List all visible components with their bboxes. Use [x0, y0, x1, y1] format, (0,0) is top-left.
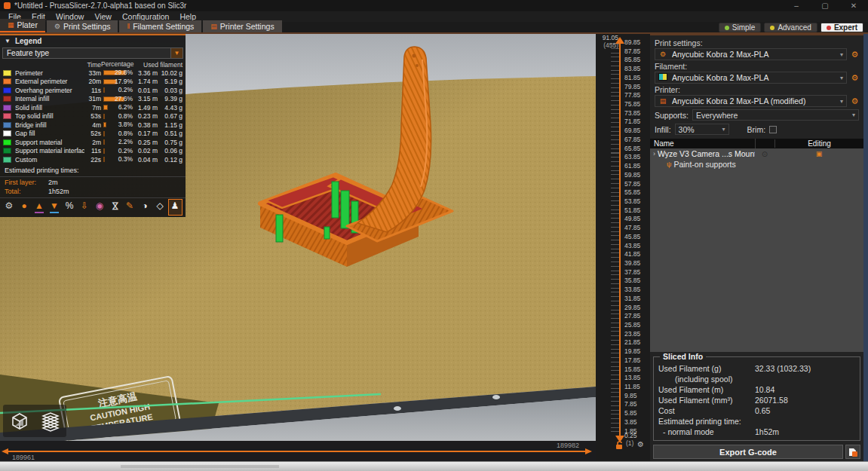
feature-length: 0.02 m: [133, 147, 158, 154]
feature-length: 0.38 m: [133, 121, 158, 129]
mode-button[interactable]: Advanced: [764, 23, 817, 32]
move-slider-right-handle[interactable]: [585, 448, 592, 454]
editing-icon[interactable]: ▣: [774, 150, 863, 158]
expand-caret-icon[interactable]: ›: [653, 150, 655, 158]
info-label: Used Filament (g): [658, 364, 755, 373]
percentage-bar: [103, 122, 106, 127]
layers-view-button[interactable]: [36, 407, 64, 435]
brim-label: Brim:: [747, 125, 766, 134]
sliced-info-row: - normal mode 1h52m: [657, 427, 857, 437]
legend-title: Legend: [15, 37, 42, 45]
tab-icon: ▦: [8, 21, 14, 29]
tab-icon: ▤: [210, 23, 217, 30]
filament-dropdown[interactable]: Anycubic Kobra 2 Max-PLA ▾: [655, 72, 847, 84]
settings-tab[interactable]: ‖ Filament Settings: [119, 20, 201, 32]
chevron-down-icon: ▾: [840, 51, 843, 58]
move-slider-track[interactable]: [8, 451, 585, 452]
feature-label: Internal infill: [15, 95, 84, 102]
slider-settings-gear-icon[interactable]: ⚙: [637, 440, 644, 448]
view-option-icon[interactable]: ⇩: [78, 199, 92, 216]
mode-button[interactable]: Simple: [719, 23, 762, 32]
settings-tab[interactable]: ⚙ Print Settings: [47, 20, 118, 32]
supports-label: Supports:: [655, 111, 689, 120]
feature-length: 3.15 m: [133, 95, 158, 102]
view-option-icon[interactable]: ⚙: [2, 199, 17, 216]
3d-viewport[interactable]: 注意高温 CAUTION HIGH TEMPERATURE: [0, 34, 596, 441]
legend-row: Overhang perimeter 11s 0.2% 0.01 m 0.03 …: [0, 86, 186, 95]
view-type-dropdown[interactable]: Feature type ▼: [2, 47, 183, 59]
chevron-down-icon: ▾: [852, 112, 855, 118]
lock-icon[interactable]: [615, 441, 623, 450]
print-settings-dropdown[interactable]: ⚙ Anycubic Kobra 2 Max-PLA ▾: [655, 48, 847, 60]
object-list[interactable]: › Wyze V3 Camera ...s Mount v19.stl ⊙ ▣ …: [650, 148, 863, 352]
printing-times-title: Estimated printing times:: [0, 164, 186, 175]
export-gcode-button[interactable]: Export G-code: [653, 445, 843, 459]
object-row[interactable]: ψ Paint-on supports: [650, 159, 863, 170]
printer-dropdown[interactable]: ▤ Anycubic Kobra 2 Max-PLA (modified) ▾: [655, 95, 847, 107]
layer-slider-upper-handle[interactable]: [615, 37, 624, 44]
view-option-icon[interactable]: ◇: [153, 199, 167, 216]
legend-row: Support material 2m 2.2% 0.25 m 0.75 g: [0, 138, 186, 147]
edit-filament-button[interactable]: ⚙: [849, 72, 860, 84]
view-option-icon[interactable]: ⋈: [108, 199, 122, 216]
feature-time: 2m: [84, 139, 101, 146]
feature-mass: 0.12 g: [158, 156, 182, 164]
feature-label: Custom: [15, 156, 84, 164]
sliced-info-row: Used Filament (m) 10.84: [657, 384, 857, 395]
feature-percentage: 0.2%: [118, 147, 133, 156]
edit-print-settings-button[interactable]: ⚙: [849, 49, 860, 60]
supports-dropdown[interactable]: Everywhere ▾: [692, 109, 859, 121]
maximize-button[interactable]: ▢: [811, 2, 839, 10]
infill-dropdown[interactable]: 30% ▾: [675, 124, 729, 135]
feature-length: 0.04 m: [133, 156, 158, 164]
feature-color-swatch: [3, 113, 11, 119]
gcode-file-icon: [848, 448, 857, 457]
edit-printer-button[interactable]: ⚙: [849, 96, 860, 107]
feature-percentage: 0.2%: [118, 86, 133, 95]
view-option-icon[interactable]: ◉: [93, 199, 107, 216]
legend-panel: ▼ Legend Feature type ▼ Time Percentage …: [0, 34, 186, 217]
mode-button[interactable]: Expert: [820, 23, 863, 32]
object-list-header: Name Editing: [650, 139, 863, 148]
tab-label: Print Settings: [63, 22, 110, 31]
view-option-icon[interactable]: ✎: [123, 199, 137, 216]
slider-tick-marks: [611, 44, 619, 436]
layer-slider: 91.05 (455) 89.8587.8585.8583.8581.8579.…: [596, 34, 650, 461]
3d-view-button[interactable]: [5, 407, 33, 435]
close-button[interactable]: ✕: [839, 2, 868, 10]
settings-tab[interactable]: ▤ Printer Settings: [203, 20, 281, 32]
collapse-triangle-icon[interactable]: ▼: [5, 38, 11, 44]
info-label: Used Filament (m): [658, 385, 755, 394]
percentage-bar: [103, 139, 105, 145]
object-row[interactable]: › Wyze V3 Camera ...s Mount v19.stl ⊙ ▣: [650, 148, 863, 159]
brim-checkbox[interactable]: [769, 126, 777, 133]
feature-time: 4m: [84, 121, 101, 129]
view-option-icon[interactable]: ▲: [32, 199, 47, 216]
view-option-icon[interactable]: ●: [17, 199, 32, 216]
view-option-icon[interactable]: ♟: [168, 199, 182, 216]
percentage-bar: [103, 131, 105, 136]
settings-tab[interactable]: ▦ Plater: [0, 19, 45, 32]
view-option-icon[interactable]: ◑: [138, 199, 152, 216]
printer-icon: ▤: [658, 97, 667, 105]
percentage-bar: [103, 105, 108, 110]
info-label: (including spool): [658, 375, 755, 384]
mode-label: Simple: [732, 23, 756, 32]
view-option-icon[interactable]: ▼: [48, 199, 62, 216]
feature-color-swatch: [3, 157, 11, 163]
feature-percentage: 0.8%: [118, 130, 133, 139]
minimize-button[interactable]: –: [782, 2, 811, 10]
info-label: - normal mode: [658, 427, 755, 436]
feature-color-swatch: [3, 87, 11, 93]
tab-bar: ▦ Plater ⚙ Print Settings ‖ Filament Set…: [0, 22, 868, 34]
layer-slider-track[interactable]: [619, 44, 621, 436]
feature-time: 22s: [84, 156, 101, 164]
feature-color-swatch: [3, 96, 11, 102]
send-gcode-button[interactable]: [845, 445, 860, 459]
info-value: [755, 417, 855, 426]
feature-mass: 5.19 g: [158, 78, 182, 85]
background-window-strip: [0, 461, 868, 471]
dropdown-arrow-icon[interactable]: ▼: [170, 48, 182, 58]
view-option-icon[interactable]: %: [63, 199, 77, 216]
eye-visibility-icon[interactable]: ⊙: [755, 150, 774, 158]
